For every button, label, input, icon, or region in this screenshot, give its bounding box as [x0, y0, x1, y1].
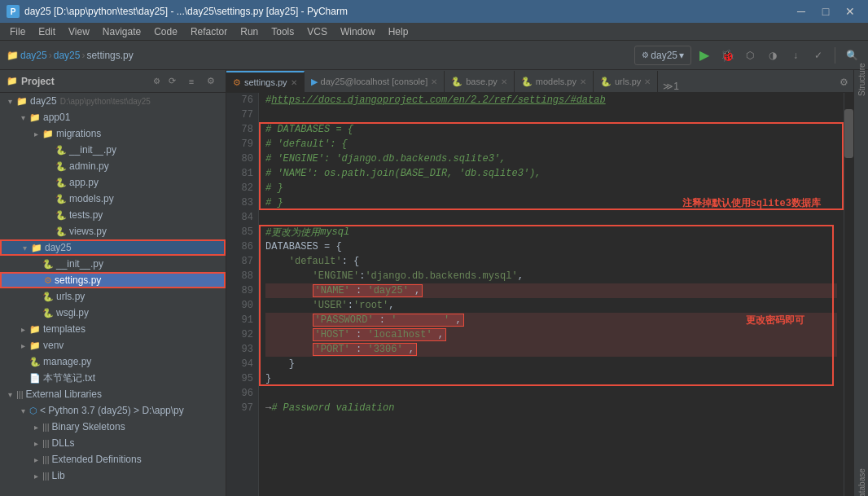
tree-item-init-day25[interactable]: 🐍 __init__.py	[0, 256, 226, 272]
menu-run[interactable]: Run	[234, 24, 265, 39]
tree-item-app01[interactable]: ▾ 📁 app01	[0, 109, 226, 125]
tree-item-admin[interactable]: 🐍 admin.py	[0, 158, 226, 174]
code-line-94: }	[265, 357, 837, 371]
line-num-76: 76	[226, 93, 258, 108]
tab-settings[interactable]: ⚙ settings.py ✕	[226, 71, 305, 92]
code-line-90: 'USER' : 'root' ,	[265, 298, 837, 313]
panel-settings-icon: ⚙	[153, 77, 160, 86]
line-numbers: 76 77 78 79 80 81 82 83 84 85 86 87 88 8…	[226, 93, 259, 496]
coverage-button[interactable]: ⬡	[740, 46, 760, 65]
database-button[interactable]: Database	[852, 476, 869, 496]
python-icon: ⬡	[29, 406, 37, 416]
run-config-dropdown[interactable]: ⚙ day25 ▾	[634, 46, 691, 65]
profile-button[interactable]: ◑	[763, 46, 783, 65]
breadcrumb-folder2[interactable]: day25	[54, 50, 81, 61]
line-num-87: 87	[226, 254, 258, 269]
project-panel-title: Project	[21, 76, 150, 87]
debug-button[interactable]: 🐞	[717, 46, 737, 65]
search-everywhere-button[interactable]: 🔍	[842, 46, 861, 65]
tree-item-templates[interactable]: ▸ 📁 templates	[0, 321, 226, 337]
menu-refactor[interactable]: Refactor	[184, 24, 234, 39]
panel-collapse-button[interactable]: ≡	[183, 73, 199, 90]
lib-icon: |||	[42, 471, 50, 481]
tab-base[interactable]: 🐍 base.py ✕	[445, 71, 515, 92]
project-icon: 📁	[7, 76, 18, 86]
py-icon: 🐍	[55, 178, 67, 188]
tree-item-manage[interactable]: 🐍 manage.py	[0, 353, 226, 370]
tree-item-binary-skeletons[interactable]: ▸ ||| Binary Skeletons	[0, 419, 226, 435]
minimize-button[interactable]: ─	[790, 2, 813, 20]
vertical-scrollbar[interactable]	[844, 93, 853, 496]
tab-console[interactable]: ▶ day25@localhost [console] ✕	[305, 71, 445, 92]
structure-button[interactable]: Structure	[852, 70, 869, 90]
vcs-commit-button[interactable]: ✓	[809, 46, 828, 65]
line-num-93: 93	[226, 342, 258, 357]
main-content: 📁 Project ⚙ ⟳ ≡ ⚙ ▾ 📁 day25 D:\app\pytho…	[0, 70, 868, 496]
tree-item-wsgi[interactable]: 🐍 wsgi.py	[0, 305, 226, 321]
tree-item-migrations[interactable]: ▸ 📁 migrations	[0, 125, 226, 142]
menu-view[interactable]: View	[62, 24, 96, 39]
tree-item-day25-sub[interactable]: ▾ 📁 day25	[0, 239, 226, 256]
code-content[interactable]: # https://docs.djangoproject.com/en/2.2/…	[259, 93, 844, 496]
menu-navigate[interactable]: Navigate	[96, 24, 147, 39]
code-line-96	[265, 386, 837, 401]
expand-arrow-venv: ▸	[16, 341, 29, 350]
tree-item-settings[interactable]: ⚙ settings.py	[0, 272, 226, 288]
tree-item-tests[interactable]: 🐍 tests.py	[0, 207, 226, 223]
code-line-93: 'PORT' : '3306' ,	[265, 342, 837, 357]
tree-item-dlls[interactable]: ▸ ||| DLLs	[0, 435, 226, 451]
vcs-update-button[interactable]: ↓	[786, 46, 805, 65]
code-line-77	[265, 108, 837, 122]
tab-label: models.py	[536, 77, 576, 86]
expand-arrow-py37: ▾	[16, 406, 29, 415]
tree-item-init-app01[interactable]: 🐍 __init__.py	[0, 142, 226, 158]
tree-item-models[interactable]: 🐍 models.py	[0, 191, 226, 207]
tab-close-settings[interactable]: ✕	[291, 78, 297, 87]
tree-item-ext-libs[interactable]: ▾ ||| External Libraries	[0, 386, 226, 402]
tab-label: day25@localhost [console]	[321, 77, 428, 86]
project-panel-header: 📁 Project ⚙ ⟳ ≡ ⚙	[0, 70, 226, 93]
menu-help[interactable]: Help	[382, 24, 415, 39]
panel-sync-button[interactable]: ⟳	[164, 73, 180, 90]
expand-arrow-day25: ▾	[3, 97, 16, 106]
tree-item-urls[interactable]: 🐍 urls.py	[0, 288, 226, 305]
tree-item-lib[interactable]: ▸ ||| Lib	[0, 467, 226, 484]
menu-file[interactable]: File	[3, 24, 32, 39]
breadcrumb: 📁 day25 › day25 › settings.py	[7, 50, 134, 61]
tab-urls[interactable]: 🐍 urls.py ✕	[594, 71, 658, 92]
tree-item-venv[interactable]: ▸ 📁 venv	[0, 337, 226, 353]
tab-close-models[interactable]: ✕	[580, 77, 586, 86]
menu-window[interactable]: Window	[334, 24, 382, 39]
line-num-86: 86	[226, 239, 258, 254]
panel-gear-button[interactable]: ⚙	[203, 73, 219, 90]
menu-code[interactable]: Code	[147, 24, 184, 39]
expand-arrow-templates: ▸	[16, 325, 29, 334]
tabs-overflow[interactable]: ≫1	[658, 81, 684, 92]
close-button[interactable]: ✕	[839, 2, 861, 20]
menu-vcs[interactable]: VCS	[300, 24, 334, 39]
menu-tools[interactable]: Tools	[265, 24, 300, 39]
folder-icon: 📁	[31, 243, 42, 253]
breadcrumb-file[interactable]: settings.py	[86, 50, 133, 61]
tab-close-console[interactable]: ✕	[431, 77, 437, 86]
settings-tab-icon: ⚙	[233, 77, 241, 88]
file-tree: ▾ 📁 day25 D:\app\python\test\day25 ▾ 📁 a…	[0, 93, 226, 496]
tree-item-python37[interactable]: ▾ ⬡ < Python 3.7 (day25) > D:\app\py	[0, 402, 226, 419]
lib-icon: |||	[42, 438, 50, 448]
tab-close-urls[interactable]: ✕	[644, 77, 651, 86]
breadcrumb-root[interactable]: day25	[20, 50, 47, 61]
tab-models[interactable]: 🐍 models.py ✕	[515, 71, 594, 92]
scrollbar-thumb[interactable]	[844, 109, 853, 158]
menu-edit[interactable]: Edit	[32, 24, 62, 39]
run-button[interactable]: ▶	[695, 46, 714, 65]
dropdown-arrow-icon: ▾	[679, 50, 684, 61]
tab-settings-btn[interactable]: ⚙	[834, 72, 853, 92]
expand-arrow-app01: ▾	[16, 113, 29, 122]
tab-close-base[interactable]: ✕	[501, 77, 507, 86]
maximize-button[interactable]: □	[814, 2, 837, 20]
tree-item-day25-root[interactable]: ▾ 📁 day25 D:\app\python\test\day25	[0, 93, 226, 109]
tree-item-extended-defs[interactable]: ▸ ||| Extended Definitions	[0, 451, 226, 467]
tree-item-app[interactable]: 🐍 app.py	[0, 174, 226, 191]
tree-item-notes[interactable]: 📄 本节笔记.txt	[0, 370, 226, 386]
tree-item-views[interactable]: 🐍 views.py	[0, 223, 226, 239]
